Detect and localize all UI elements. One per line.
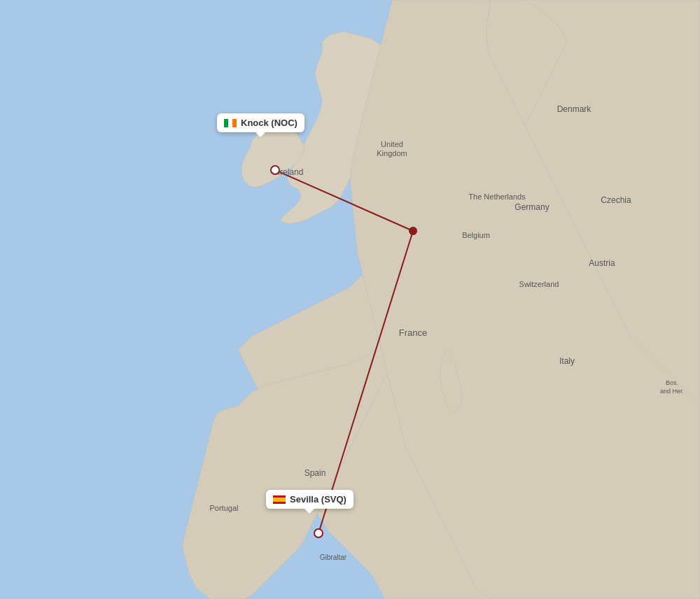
label-gibraltar: Gibraltar bbox=[320, 554, 347, 561]
label-czechia: Czechia bbox=[601, 195, 631, 205]
svg-rect-5 bbox=[232, 119, 237, 127]
label-ireland: Ireland bbox=[278, 167, 304, 177]
label-spain: Spain bbox=[304, 468, 326, 478]
svg-rect-8 bbox=[273, 502, 286, 504]
label-italy: Italy bbox=[559, 356, 575, 366]
label-denmark: Denmark bbox=[557, 104, 592, 114]
map-svg: Ireland United Kingdom France Spain Port… bbox=[0, 0, 700, 599]
label-germany: Germany bbox=[514, 202, 549, 212]
svg-rect-4 bbox=[228, 119, 232, 127]
label-france: France bbox=[399, 327, 427, 338]
svg-rect-7 bbox=[273, 498, 286, 502]
spain-flag-icon bbox=[273, 495, 286, 504]
label-netherlands: The Netherlands bbox=[468, 192, 526, 201]
label-belgium: Belgium bbox=[462, 231, 490, 239]
label-andher: and Her. bbox=[660, 388, 684, 395]
svg-rect-6 bbox=[273, 495, 286, 498]
label-uk: United bbox=[381, 140, 403, 148]
map-container: Ireland United Kingdom France Spain Port… bbox=[0, 0, 700, 599]
sevilla-airport-label: Sevilla (SVQ) bbox=[266, 490, 354, 509]
label-bosnia: Bos. bbox=[666, 379, 678, 386]
knock-airport-label: Knock (NOC) bbox=[217, 113, 304, 132]
sevilla-label-text: Sevilla (SVQ) bbox=[290, 494, 346, 505]
svg-rect-3 bbox=[224, 119, 228, 127]
knock-label-text: Knock (NOC) bbox=[241, 118, 298, 128]
label-portugal: Portugal bbox=[210, 504, 239, 512]
label-uk2: Kingdom bbox=[377, 149, 407, 157]
sevilla-dot bbox=[314, 529, 323, 537]
ireland-flag-icon bbox=[224, 119, 237, 127]
waypoint-dot bbox=[409, 227, 417, 235]
label-switzerland: Switzerland bbox=[519, 280, 559, 288]
label-austria: Austria bbox=[589, 258, 615, 268]
